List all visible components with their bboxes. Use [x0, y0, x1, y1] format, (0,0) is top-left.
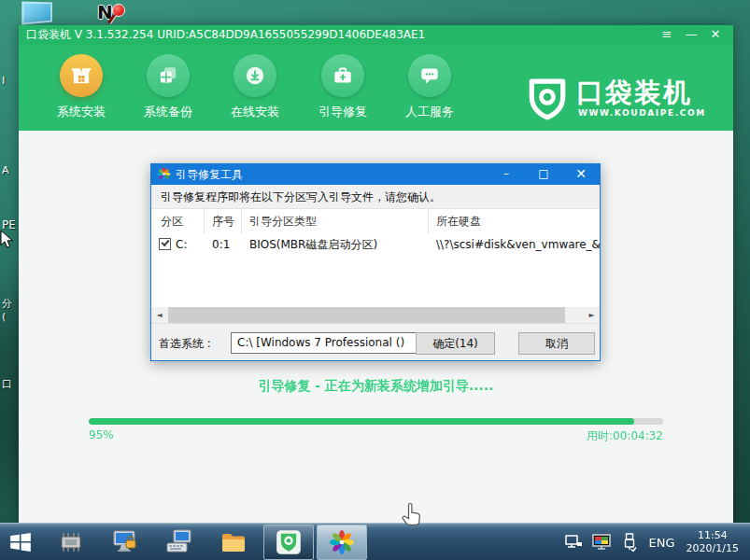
tray-clock[interactable]: 11:54 2020/1/15	[686, 529, 739, 555]
scrollbar-thumb[interactable]	[168, 307, 565, 323]
taskbar-ramdisk-icon[interactable]	[56, 527, 86, 557]
desktop: N I A PE 分 ( 口 口袋装机 V 3.1.532.254 URID:A…	[0, 0, 750, 560]
dialog-title: 引导修复工具	[176, 164, 243, 185]
boot-repair-dialog: 引导修复工具 – □ ✕ 引导修复程序即将在以下分区写入引导文件，请您确认。 分…	[150, 163, 601, 361]
taskbar-folder-icon[interactable]	[219, 527, 248, 557]
toolbar-item-system-backup[interactable]: 系统备份	[135, 54, 201, 120]
progress-fill	[89, 418, 634, 425]
windows-logo-icon	[8, 530, 33, 554]
cell-index: 0:1	[212, 233, 230, 256]
close-icon[interactable]: ✕	[703, 25, 728, 45]
taskbar-app-boot-repair[interactable]	[317, 525, 367, 560]
dialog-maximize-icon[interactable]: □	[525, 164, 562, 185]
horizontal-scrollbar[interactable]: ◄ ►	[151, 307, 600, 323]
cell-boot-type: BIOS(MBR磁盘启动分区)	[249, 233, 377, 256]
shield-logo-icon	[526, 77, 569, 123]
cancel-button[interactable]: 取消	[518, 332, 595, 355]
preferred-system-value: C:\ [Windows 7 Professional ()	[237, 336, 404, 349]
toolbar-item-system-install[interactable]: 系统安装	[49, 54, 114, 120]
toolbar-item-boot-repair[interactable]: 引导修复	[310, 54, 375, 120]
pinwheel-icon	[157, 167, 171, 181]
table-row[interactable]: C: 0:1 BIOS(MBR磁盘启动分区) \\?\scsi#disk&ven…	[151, 233, 600, 256]
column-partition[interactable]: 分区	[151, 209, 205, 233]
install-box-icon	[60, 54, 103, 97]
progress-percent: 95%	[89, 428, 114, 441]
tray-date: 2020/1/15	[686, 542, 739, 554]
toolbar-label: 系统备份	[135, 104, 201, 120]
status-text: 引导修复 - 正在为新装系统增加引导.....	[19, 378, 733, 395]
preferred-system-label: 首选系统 :	[159, 336, 211, 352]
desktop-label-fragment: A	[2, 164, 9, 176]
taskbar-keyboard-icon[interactable]	[164, 527, 194, 557]
dialog-titlebar[interactable]: 引导修复工具 – □ ✕	[151, 164, 600, 185]
scroll-right-icon[interactable]: ►	[584, 307, 600, 323]
dialog-close-icon[interactable]: ✕	[562, 164, 600, 185]
window-titlebar[interactable]: 口袋装机 V 3.1.532.254 URID:A5C84DD9A1655055…	[19, 25, 733, 45]
scroll-left-icon[interactable]: ◄	[151, 307, 167, 323]
desktop-monitor-icon[interactable]	[21, 2, 52, 25]
installer-window: 口袋装机 V 3.1.532.254 URID:A5C84DD9A1655055…	[19, 25, 733, 523]
backup-copies-icon	[147, 54, 190, 97]
column-disk[interactable]: 所在硬盘	[429, 209, 600, 233]
table-header: 分区 序号 引导分区类型 所在硬盘	[151, 209, 600, 233]
dialog-footer: 首选系统 : C:\ [Windows 7 Professional () ∨ …	[151, 323, 600, 360]
arrow-cursor	[0, 230, 15, 250]
row-checkbox[interactable]	[159, 238, 171, 250]
tray-usb-icon[interactable]	[622, 533, 637, 552]
progress-bar	[89, 418, 663, 425]
minimize-icon[interactable]: —	[679, 25, 703, 45]
pinwheel-icon	[329, 529, 355, 555]
column-index[interactable]: 序号	[205, 209, 242, 233]
desktop-network-tool-icon[interactable]: N	[97, 1, 131, 25]
dialog-message: 引导修复程序即将在以下分区写入引导文件，请您确认。	[151, 185, 600, 209]
tray-language[interactable]: ENG	[649, 536, 675, 550]
desktop-label-fragment: 分	[2, 297, 12, 311]
preferred-system-select[interactable]: C:\ [Windows 7 Professional () ∨	[231, 332, 427, 354]
dialog-minimize-icon[interactable]: –	[488, 164, 525, 185]
desktop-label-fragment: I	[2, 75, 5, 87]
partition-table: 分区 序号 引导分区类型 所在硬盘 C: 0:1 BIOS(MBR磁盘启动分区)…	[151, 209, 600, 307]
column-boot-type[interactable]: 引导分区类型	[242, 209, 429, 233]
tray-display-icon[interactable]	[592, 534, 613, 551]
cell-disk: \\?\scsi#disk&ven_vmware_&	[436, 233, 600, 256]
taskbar-pc-lock-icon[interactable]	[110, 527, 140, 557]
repair-toolbox-icon	[321, 54, 364, 97]
chat-bubble-icon	[408, 54, 451, 97]
ok-button[interactable]: 确定(14)	[416, 332, 495, 355]
elapsed-time: 用时:00:04:32	[587, 428, 663, 444]
toolbar-label: 引导修复	[310, 104, 375, 120]
toolbar: 系统安装 系统备份 在线安装 引导修复	[19, 45, 733, 131]
tray-time: 11:54	[698, 529, 728, 541]
window-title: 口袋装机 V 3.1.532.254 URID:A5C84DD9A1655055…	[26, 28, 425, 41]
hand-cursor	[400, 502, 422, 530]
system-tray: ENG 11:54 2020/1/15	[559, 524, 750, 560]
toolbar-label: 系统安装	[49, 104, 114, 120]
taskbar: ENG 11:54 2020/1/15	[0, 523, 750, 560]
toolbar-item-online-install[interactable]: 在线安装	[222, 54, 288, 120]
start-button[interactable]	[6, 527, 35, 557]
toolbar-label: 在线安装	[222, 104, 288, 120]
menu-icon[interactable]: ≡	[655, 25, 679, 45]
desktop-label-fragment: (	[2, 311, 6, 323]
brand-name: 口袋装机	[576, 75, 692, 112]
taskbar-app-installer[interactable]	[263, 525, 314, 560]
brand-url: WWW.KOUDAIPE.COM	[578, 108, 706, 118]
toolbar-label: 人工服务	[397, 104, 462, 120]
cell-partition: C:	[176, 233, 187, 256]
download-icon	[233, 54, 276, 97]
tray-network-icon[interactable]	[564, 534, 583, 551]
green-shield-icon	[276, 529, 302, 555]
toolbar-item-support[interactable]: 人工服务	[397, 54, 462, 120]
desktop-label-fragment: 口	[2, 377, 12, 391]
brand-logo: 口袋装机 WWW.KOUDAIPE.COM	[526, 75, 722, 123]
